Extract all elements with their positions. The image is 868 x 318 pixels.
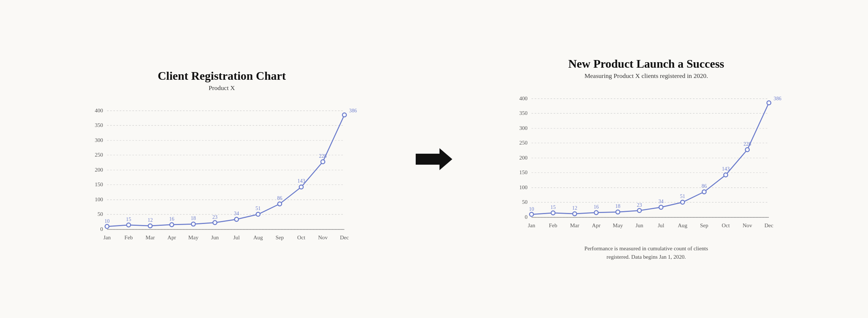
- left-panel: Client Registration Chart Product X 0: [31, 58, 412, 260]
- svg-text:Apr: Apr: [592, 222, 601, 228]
- svg-point-31: [105, 224, 109, 228]
- svg-text:16: 16: [594, 204, 599, 210]
- svg-point-87: [530, 212, 534, 216]
- svg-text:May: May: [188, 234, 199, 240]
- svg-text:300: 300: [519, 125, 528, 131]
- svg-text:23: 23: [637, 202, 642, 207]
- svg-text:May: May: [613, 222, 623, 228]
- svg-point-93: [594, 210, 598, 214]
- svg-text:Aug: Aug: [253, 234, 263, 240]
- svg-text:50: 50: [522, 199, 528, 205]
- footnote: Performance is measured in cumulative co…: [471, 244, 822, 261]
- svg-text:350: 350: [519, 110, 528, 116]
- svg-text:Mar: Mar: [146, 234, 155, 240]
- svg-text:0: 0: [100, 226, 103, 232]
- svg-text:Apr: Apr: [168, 234, 176, 240]
- svg-text:15: 15: [550, 204, 555, 210]
- svg-point-109: [767, 101, 771, 105]
- svg-point-91: [573, 212, 577, 216]
- svg-text:200: 200: [95, 167, 103, 173]
- svg-text:143: 143: [722, 166, 730, 172]
- right-subtitle: Measuring Product X clients registered i…: [471, 72, 822, 80]
- main-container: Client Registration Chart Product X 0: [31, 46, 837, 272]
- svg-text:10: 10: [529, 206, 534, 212]
- svg-text:10: 10: [104, 218, 109, 224]
- left-chart: 0 50 100 150 200 250 300 350 400 Jan Feb…: [46, 103, 397, 249]
- svg-text:Jul: Jul: [233, 234, 240, 240]
- svg-text:Aug: Aug: [678, 222, 687, 228]
- svg-text:400: 400: [95, 107, 103, 113]
- svg-text:Jan: Jan: [528, 222, 535, 228]
- svg-text:Sep: Sep: [700, 222, 708, 228]
- svg-text:50: 50: [98, 211, 103, 217]
- svg-point-95: [616, 210, 620, 214]
- svg-text:Feb: Feb: [124, 234, 133, 240]
- svg-text:300: 300: [95, 137, 103, 143]
- svg-text:15: 15: [126, 216, 131, 222]
- svg-text:23: 23: [212, 214, 217, 220]
- svg-text:Jun: Jun: [636, 222, 643, 228]
- svg-text:143: 143: [298, 178, 305, 184]
- svg-text:12: 12: [147, 217, 153, 223]
- svg-text:100: 100: [519, 184, 528, 190]
- svg-text:34: 34: [658, 198, 663, 204]
- svg-text:Jan: Jan: [103, 234, 111, 240]
- svg-text:Jun: Jun: [211, 234, 219, 240]
- svg-point-45: [256, 212, 260, 216]
- svg-text:228: 228: [319, 153, 327, 159]
- svg-text:350: 350: [95, 122, 103, 128]
- svg-text:0: 0: [525, 214, 528, 220]
- right-chart-svg: 0 50 100 150 200 250 300 350 400 Jan Feb…: [471, 91, 822, 237]
- svg-text:386: 386: [774, 96, 781, 101]
- svg-text:Feb: Feb: [549, 222, 557, 228]
- svg-text:250: 250: [519, 140, 528, 146]
- svg-text:18: 18: [615, 203, 620, 209]
- svg-marker-55: [416, 148, 452, 170]
- svg-text:86: 86: [701, 183, 707, 189]
- svg-text:Nov: Nov: [742, 222, 752, 228]
- svg-text:Sep: Sep: [276, 234, 284, 240]
- svg-point-97: [637, 209, 641, 213]
- svg-text:386: 386: [349, 107, 357, 113]
- svg-point-39: [191, 222, 195, 226]
- svg-text:Dec: Dec: [764, 222, 774, 228]
- svg-point-103: [702, 190, 706, 194]
- svg-text:86: 86: [277, 195, 282, 201]
- left-chart-svg: 0 50 100 150 200 250 300 350 400 Jan Feb…: [46, 103, 397, 249]
- svg-text:16: 16: [169, 216, 174, 222]
- svg-point-51: [321, 160, 325, 164]
- svg-point-41: [213, 220, 217, 224]
- svg-text:51: 51: [680, 193, 685, 199]
- svg-text:34: 34: [234, 210, 239, 216]
- svg-point-33: [127, 223, 131, 227]
- svg-text:12: 12: [572, 205, 577, 211]
- svg-text:Oct: Oct: [722, 222, 730, 228]
- right-arrow-icon: [416, 148, 452, 170]
- svg-text:200: 200: [519, 155, 528, 161]
- svg-text:228: 228: [744, 141, 751, 147]
- svg-text:Oct: Oct: [297, 234, 306, 240]
- svg-point-37: [170, 222, 174, 227]
- left-subtitle: Product X: [46, 84, 397, 92]
- svg-text:51: 51: [255, 205, 261, 211]
- right-panel: New Product Launch a Success Measuring P…: [456, 46, 837, 272]
- svg-text:Mar: Mar: [570, 222, 579, 228]
- right-chart: 0 50 100 150 200 250 300 350 400 Jan Feb…: [471, 91, 822, 237]
- svg-text:Jul: Jul: [658, 222, 664, 228]
- svg-text:150: 150: [519, 169, 528, 175]
- svg-text:100: 100: [95, 197, 103, 202]
- svg-text:Nov: Nov: [318, 234, 328, 240]
- svg-text:Dec: Dec: [340, 234, 349, 240]
- svg-point-49: [299, 185, 303, 189]
- svg-point-53: [343, 113, 347, 117]
- svg-point-105: [724, 173, 728, 177]
- right-title: New Product Launch a Success: [471, 57, 822, 71]
- svg-point-89: [551, 211, 555, 215]
- svg-point-35: [148, 224, 152, 228]
- svg-point-101: [681, 200, 685, 204]
- svg-point-43: [235, 217, 239, 221]
- svg-point-47: [278, 202, 282, 206]
- svg-text:150: 150: [95, 182, 103, 187]
- svg-text:400: 400: [519, 96, 528, 101]
- svg-point-107: [745, 147, 749, 151]
